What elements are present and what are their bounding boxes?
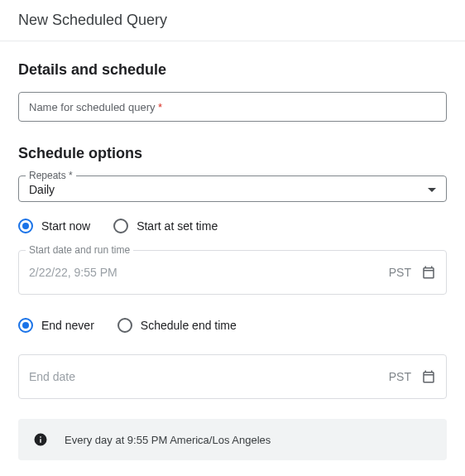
end-time-label: Schedule end time bbox=[141, 319, 237, 332]
start-now-radio[interactable]: Start now bbox=[18, 219, 90, 233]
schedule-summary: Every day at 9:55 PM America/Los Angeles bbox=[18, 419, 447, 460]
dropdown-icon bbox=[428, 188, 436, 192]
end-date-placeholder: End date bbox=[29, 370, 389, 383]
query-name-placeholder: Name for scheduled query bbox=[29, 101, 155, 113]
repeats-select[interactable]: Repeats * Daily bbox=[18, 175, 447, 202]
repeats-label: Repeats * bbox=[26, 170, 76, 181]
info-icon bbox=[33, 432, 48, 447]
end-never-label: End never bbox=[41, 319, 94, 332]
end-radio-group: End never Schedule end time bbox=[18, 318, 447, 333]
required-asterisk: * bbox=[158, 101, 162, 113]
schedule-end-time-radio[interactable]: Schedule end time bbox=[117, 318, 237, 333]
start-at-label: Start at set time bbox=[137, 219, 218, 233]
repeats-value: Daily bbox=[29, 183, 55, 196]
start-date-label: Start date and run time bbox=[26, 244, 133, 256]
calendar-icon[interactable] bbox=[421, 369, 436, 384]
summary-text: Every day at 9:55 PM America/Los Angeles bbox=[65, 434, 271, 446]
radio-unchecked-icon bbox=[113, 219, 128, 233]
query-name-input[interactable]: Name for scheduled query * bbox=[18, 92, 447, 122]
end-date-field[interactable]: End date PST bbox=[18, 354, 447, 399]
radio-checked-icon bbox=[18, 318, 33, 333]
dialog-content: Details and schedule Name for scheduled … bbox=[0, 41, 465, 460]
start-radio-group: Start now Start at set time bbox=[18, 219, 447, 233]
schedule-section-title: Schedule options bbox=[18, 145, 447, 162]
calendar-icon[interactable] bbox=[421, 265, 436, 280]
details-section-title: Details and schedule bbox=[18, 61, 447, 79]
end-never-radio[interactable]: End never bbox=[18, 318, 94, 333]
dialog-header: New Scheduled Query bbox=[0, 0, 465, 41]
radio-checked-icon bbox=[18, 219, 33, 233]
start-date-value: 2/22/22, 9:55 PM bbox=[29, 266, 389, 279]
radio-unchecked-icon bbox=[117, 318, 132, 333]
dialog-title: New Scheduled Query bbox=[18, 12, 447, 29]
start-at-set-time-radio[interactable]: Start at set time bbox=[113, 219, 218, 233]
start-date-timezone: PST bbox=[389, 266, 411, 279]
start-now-label: Start now bbox=[41, 219, 90, 233]
end-date-timezone: PST bbox=[389, 370, 411, 383]
start-date-field[interactable]: Start date and run time 2/22/22, 9:55 PM… bbox=[18, 250, 447, 295]
